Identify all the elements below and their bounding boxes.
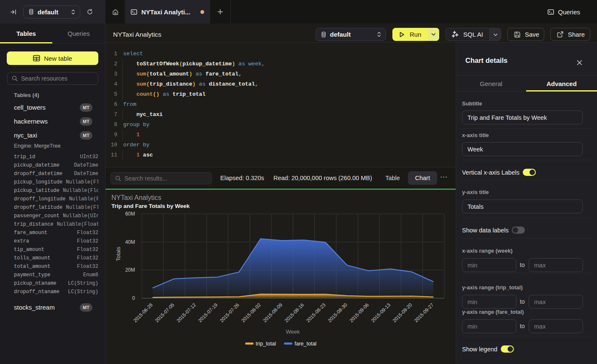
svg-text:Week: Week [286,329,300,335]
svg-text:NYTaxi Analytics: NYTaxi Analytics [111,194,161,201]
svg-text:2015-09-27: 2015-09-27 [413,302,435,323]
svg-text:40M: 40M [125,239,135,245]
svg-text:2015-09-20: 2015-09-20 [392,302,413,323]
svg-text:Totals: Totals [115,247,122,261]
svg-text:2015-08-16: 2015-08-16 [284,302,305,323]
svg-text:0: 0 [132,295,135,301]
svg-text:2015-07-12: 2015-07-12 [176,302,197,323]
svg-text:60M: 60M [125,211,135,217]
svg-text:2015-08-02: 2015-08-02 [240,302,262,323]
svg-text:Trip and Fare Totals by Week: Trip and Fare Totals by Week [111,203,190,209]
svg-text:2015-07-05: 2015-07-05 [154,302,175,323]
svg-text:2015-07-19: 2015-07-19 [197,302,219,323]
svg-text:2015-08-30: 2015-08-30 [327,302,348,323]
svg-text:2015-07-26: 2015-07-26 [219,302,240,323]
svg-text:2015-08-23: 2015-08-23 [305,302,327,323]
svg-text:2015-09-06: 2015-09-06 [348,302,370,323]
svg-text:2015-06-28: 2015-06-28 [132,302,154,323]
svg-text:20M: 20M [125,267,135,273]
svg-text:2015-09-13: 2015-09-13 [370,302,391,323]
svg-text:2015-08-09: 2015-08-09 [262,302,283,323]
svg-text:trip_total: trip_total [256,341,276,347]
svg-text:fare_total: fare_total [294,341,316,347]
